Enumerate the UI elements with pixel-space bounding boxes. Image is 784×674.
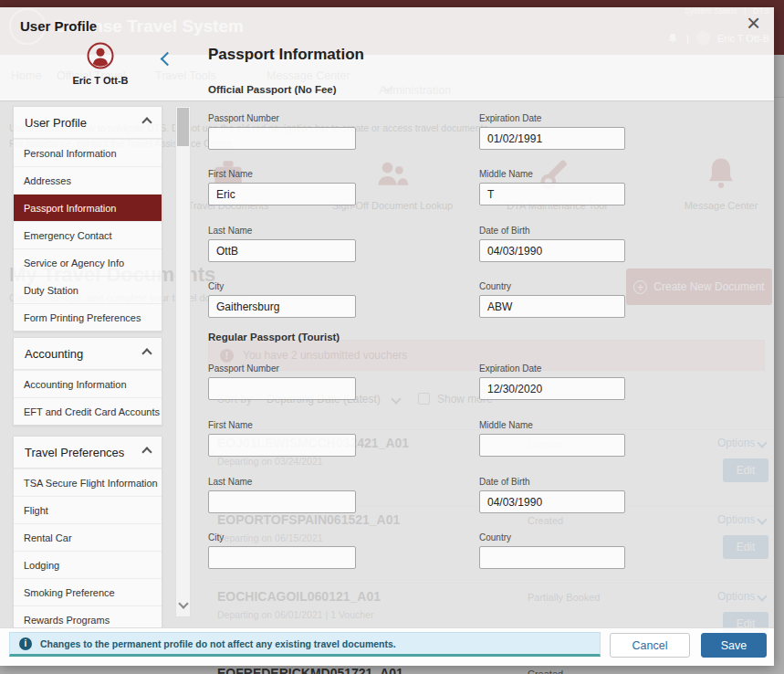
dialog-footer: i Changes to the permanent profile do no… bbox=[0, 627, 774, 666]
regular-passport-section-title: Regular Passport (Tourist) bbox=[208, 332, 340, 342]
sidebar-section-accounting: Accounting Accounting Information EFT an… bbox=[13, 337, 162, 426]
chevron-up-icon bbox=[141, 348, 152, 358]
official-date-of-birth-input[interactable] bbox=[479, 239, 625, 262]
field-official-date-of-birth: Date of Birth bbox=[479, 226, 625, 262]
sidebar-item-rewards-programs[interactable]: Rewards Programs bbox=[14, 606, 162, 628]
sidebar-item-lodging[interactable]: Lodging bbox=[14, 551, 162, 578]
save-button[interactable]: Save bbox=[701, 633, 767, 658]
sidebar-item-smoking-preference[interactable]: Smoking Preference bbox=[14, 578, 162, 606]
sidebar-item-tsa-secure-flight[interactable]: TSA Secure Flight Information bbox=[14, 469, 162, 496]
field-regular-expiration-date: Expiration Date bbox=[479, 363, 625, 400]
field-regular-middle-name: Middle Name bbox=[479, 420, 625, 457]
regular-expiration-date-input[interactable] bbox=[479, 377, 625, 400]
sidebar-scrollbar[interactable] bbox=[175, 106, 191, 617]
regular-passport-number-input[interactable] bbox=[208, 377, 356, 400]
field-regular-last-name: Last Name bbox=[208, 477, 356, 513]
field-regular-first-name: First Name bbox=[208, 420, 356, 457]
chevron-down-icon bbox=[178, 598, 188, 608]
section-header-travel-preferences[interactable]: Travel Preferences bbox=[14, 437, 162, 469]
sidebar-item-addresses[interactable]: Addresses bbox=[14, 166, 162, 194]
field-official-middle-name: Middle Name bbox=[479, 169, 625, 205]
chevron-left-icon bbox=[161, 52, 175, 67]
info-icon: i bbox=[19, 637, 32, 650]
official-passport-section-title: Official Passport (No Fee) bbox=[208, 84, 337, 95]
sidebar-item-emergency-contact[interactable]: Emergency Contact bbox=[14, 221, 162, 248]
profile-avatar-icon bbox=[87, 42, 114, 69]
info-banner-text: Changes to the permanent profile do not … bbox=[40, 638, 396, 649]
sidebar-item-eft-credit-card-accounts[interactable]: EFT and Credit Card Accounts bbox=[14, 397, 162, 425]
field-regular-date-of-birth: Date of Birth bbox=[479, 477, 625, 513]
profile-user-name: Eric T Ott-B bbox=[55, 75, 146, 86]
sidebar-item-rental-car[interactable]: Rental Car bbox=[14, 523, 162, 551]
sidebar-item-flight[interactable]: Flight bbox=[14, 496, 162, 523]
field-official-city: City bbox=[208, 281, 356, 318]
sidebar-section-user-profile: User Profile Personal Information Addres… bbox=[13, 106, 162, 332]
cancel-button[interactable]: Cancel bbox=[610, 633, 690, 658]
regular-last-name-input[interactable] bbox=[208, 490, 356, 513]
field-official-last-name: Last Name bbox=[208, 226, 356, 262]
scrollbar-thumb[interactable] bbox=[177, 108, 189, 146]
regular-date-of-birth-input[interactable] bbox=[479, 490, 625, 513]
sidebar-item-duty-station[interactable]: Duty Station bbox=[14, 276, 162, 303]
info-banner: i Changes to the permanent profile do no… bbox=[9, 632, 601, 657]
official-first-name-input[interactable] bbox=[208, 183, 356, 205]
field-official-first-name: First Name bbox=[208, 169, 356, 205]
dialog-header: User Profile × Eric T Ott-B Passport Inf… bbox=[0, 7, 774, 100]
sidebar-item-accounting-information[interactable]: Accounting Information bbox=[14, 370, 162, 397]
field-official-country: Country bbox=[479, 281, 625, 318]
chevron-up-icon bbox=[141, 447, 152, 457]
official-passport-number-input[interactable] bbox=[208, 127, 356, 150]
scrollbar-down-button[interactable] bbox=[180, 595, 187, 611]
section-header-user-profile[interactable]: User Profile bbox=[14, 107, 162, 139]
field-official-expiration-date: Expiration Date bbox=[479, 113, 625, 150]
regular-country-input[interactable] bbox=[479, 546, 625, 569]
regular-first-name-input[interactable] bbox=[208, 434, 356, 457]
field-official-passport-number: Passport Number bbox=[208, 113, 356, 150]
sidebar-item-form-printing-preferences[interactable]: Form Printing Preferences bbox=[14, 303, 162, 331]
screen: Defense Travel System System Status | DT… bbox=[0, 0, 784, 674]
sidebar-item-passport-information[interactable]: Passport Information bbox=[14, 194, 162, 221]
section-header-accounting[interactable]: Accounting bbox=[14, 338, 162, 370]
official-city-input[interactable] bbox=[208, 295, 356, 318]
sidebar-item-personal-information[interactable]: Personal Information bbox=[14, 139, 162, 166]
back-button[interactable] bbox=[162, 51, 172, 68]
regular-city-input[interactable] bbox=[208, 546, 356, 569]
official-middle-name-input[interactable] bbox=[479, 183, 625, 205]
official-country-input[interactable] bbox=[479, 295, 625, 318]
field-regular-passport-number: Passport Number bbox=[208, 363, 356, 400]
chevron-up-icon bbox=[141, 117, 152, 127]
user-profile-dialog: User Profile × Eric T Ott-B Passport Inf… bbox=[0, 7, 774, 665]
field-regular-city: City bbox=[208, 532, 356, 569]
page-title: Passport Information bbox=[208, 46, 364, 64]
regular-middle-name-input[interactable] bbox=[479, 434, 625, 457]
field-regular-country: Country bbox=[479, 532, 625, 569]
official-expiration-date-input[interactable] bbox=[479, 127, 625, 150]
official-last-name-input[interactable] bbox=[208, 239, 356, 262]
close-icon[interactable]: × bbox=[747, 9, 760, 37]
dialog-title: User Profile bbox=[20, 18, 97, 34]
sidebar-section-travel-preferences: Travel Preferences TSA Secure Flight Inf… bbox=[13, 436, 162, 628]
sidebar-item-service-or-agency-info[interactable]: Service or Agency Info bbox=[14, 248, 162, 276]
dialog-body: User Profile Personal Information Addres… bbox=[0, 100, 774, 628]
